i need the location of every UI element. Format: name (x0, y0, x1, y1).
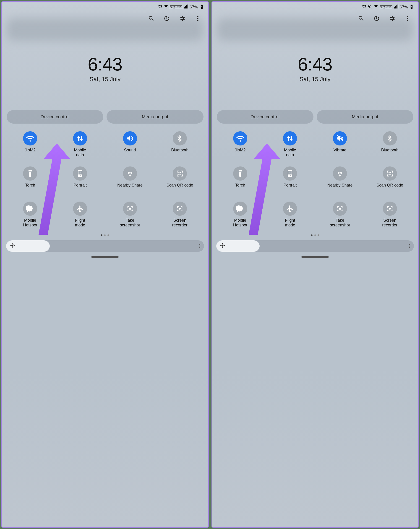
svg-line-26 (224, 244, 224, 244)
flight-mode-toggle[interactable] (283, 202, 297, 216)
recorder-toggle[interactable] (383, 202, 397, 216)
page-dot (101, 234, 102, 236)
battery-text: 67% (190, 5, 198, 10)
screenshot-toggle[interactable] (123, 202, 137, 216)
brightness-more-icon[interactable] (199, 244, 200, 248)
svg-point-2 (197, 20, 198, 21)
control-pills: Device control Media output (2, 110, 208, 124)
page-dot (104, 234, 106, 236)
battery-text: 67% (400, 5, 408, 10)
device-control-button[interactable]: Device control (217, 110, 313, 124)
scan-qr-toggle[interactable] (383, 166, 397, 181)
header-actions (2, 11, 208, 24)
svg-point-17 (389, 208, 391, 210)
signal-icon (184, 4, 188, 10)
more-icon[interactable] (194, 15, 201, 22)
wifi-label: JioM2 (25, 148, 36, 157)
brightness-row (2, 238, 208, 255)
clock: 6:43 Sat, 15 July (212, 54, 418, 83)
page-dot (108, 234, 109, 236)
portrait-toggle[interactable] (283, 166, 297, 181)
torch-toggle[interactable] (233, 166, 247, 181)
page-dot (311, 234, 312, 236)
battery-icon (409, 4, 414, 10)
svg-point-18 (221, 244, 223, 247)
svg-line-11 (11, 247, 11, 247)
alarm-icon (158, 4, 163, 10)
clock: 6:43 Sat, 15 July (2, 54, 208, 83)
hotspot-label: Mobile Hotspot (233, 218, 247, 227)
scan-qr-label: Scan QR code (166, 183, 193, 192)
settings-gear-icon[interactable] (179, 15, 186, 22)
navigation-handle[interactable] (301, 256, 329, 258)
brightness-slider[interactable] (216, 240, 414, 252)
clock-date: Sat, 15 July (212, 76, 418, 83)
wifi-toggle[interactable] (233, 131, 247, 145)
bluetooth-toggle[interactable] (173, 131, 187, 145)
more-icon[interactable] (404, 15, 411, 22)
power-icon[interactable] (163, 15, 170, 22)
screenshot-right: Vo)) LTE1 67% 6:43 Sat, 15 July Device c… (212, 1, 419, 528)
wifi-toggle[interactable] (23, 131, 37, 145)
alarm-icon (362, 4, 366, 10)
brightness-slider[interactable] (6, 240, 204, 252)
mobile-data-toggle[interactable] (73, 131, 87, 145)
portrait-toggle[interactable] (73, 166, 87, 181)
nearby-share-label: Nearby Share (117, 183, 143, 192)
media-output-button[interactable]: Media output (107, 110, 203, 124)
torch-toggle[interactable] (23, 166, 37, 181)
sound-toggle[interactable] (123, 131, 137, 145)
wifi-label: JioM2 (235, 148, 246, 157)
screenshot-label: Take screenshot (120, 218, 140, 227)
svg-point-1 (197, 18, 198, 19)
recorder-toggle[interactable] (173, 202, 187, 216)
search-icon[interactable] (148, 15, 155, 22)
svg-point-4 (11, 244, 13, 247)
battery-icon (199, 4, 204, 10)
flight-mode-toggle[interactable] (73, 202, 87, 216)
svg-line-12 (14, 244, 14, 244)
status-bar: Vo)) LTE1 67% (2, 2, 208, 11)
hotspot-label: Mobile Hotspot (23, 218, 37, 227)
page-dot (318, 234, 319, 236)
clock-time: 6:43 (212, 54, 418, 75)
svg-point-0 (197, 16, 198, 17)
svg-point-15 (407, 18, 408, 19)
nearby-share-toggle[interactable] (123, 166, 137, 181)
page-indicator (212, 234, 418, 236)
nearby-share-label: Nearby Share (327, 183, 353, 192)
portrait-label: Portrait (73, 183, 87, 192)
media-output-button[interactable]: Media output (317, 110, 413, 124)
hotspot-toggle[interactable] (233, 202, 247, 216)
recorder-label: Screen recorder (172, 218, 188, 227)
torch-label: Torch (235, 183, 245, 192)
brightness-icon (220, 243, 225, 249)
quick-settings-grid: JioM2 Mobile data Vibrate Bluetooth Torc… (212, 129, 418, 230)
flight-label: Flight mode (285, 218, 295, 227)
portrait-label: Portrait (283, 183, 297, 192)
brightness-more-icon[interactable] (409, 244, 410, 248)
hotspot-toggle[interactable] (23, 202, 37, 216)
vibrate-toggle[interactable] (333, 131, 347, 145)
volte-indicator: Vo)) LTE1 (379, 5, 393, 9)
mobile-data-toggle[interactable] (283, 131, 297, 145)
volte-indicator: Vo)) LTE1 (170, 5, 183, 9)
screenshot-label: Take screenshot (330, 218, 350, 227)
svg-line-21 (221, 244, 221, 244)
brightness-row (212, 238, 418, 255)
header-actions (212, 11, 418, 24)
sound-label: Sound (124, 148, 136, 157)
scan-qr-toggle[interactable] (173, 166, 187, 181)
nearby-share-toggle[interactable] (333, 166, 347, 181)
power-icon[interactable] (373, 15, 380, 22)
device-control-button[interactable]: Device control (7, 110, 103, 124)
navigation-handle[interactable] (91, 256, 119, 258)
search-icon[interactable] (358, 15, 365, 22)
control-pills: Device control Media output (212, 110, 418, 124)
bluetooth-toggle[interactable] (383, 131, 397, 145)
clock-date: Sat, 15 July (2, 76, 208, 83)
torch-label: Torch (25, 183, 35, 192)
mobile-data-label: Mobile data (74, 148, 86, 157)
settings-gear-icon[interactable] (389, 15, 396, 22)
screenshot-toggle[interactable] (333, 202, 347, 216)
